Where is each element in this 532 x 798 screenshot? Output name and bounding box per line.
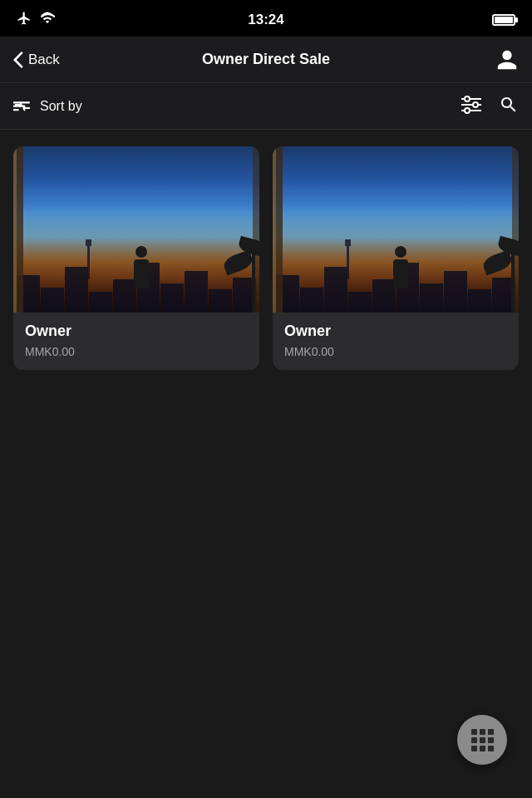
wifi-icon [40, 11, 55, 29]
back-label: Back [28, 52, 60, 68]
svg-point-10 [473, 102, 478, 107]
filter-icon [461, 96, 482, 114]
battery-icon [492, 14, 515, 26]
fab-button[interactable] [457, 715, 507, 765]
sort-bar: Sort by [0, 83, 532, 130]
chevron-left-icon [13, 52, 23, 68]
property-name-2: Owner [284, 323, 507, 340]
property-info-1: Owner MMK0.00 [13, 313, 259, 370]
property-price-2: MMK0.00 [284, 345, 507, 358]
property-name-1: Owner [25, 323, 248, 340]
sort-arrows-icon [13, 100, 32, 113]
property-image-2 [273, 146, 519, 313]
page-title: Owner Direct Sale [202, 51, 330, 68]
filter-button[interactable] [461, 96, 482, 117]
back-button[interactable]: Back [13, 52, 60, 68]
svg-point-11 [465, 108, 470, 113]
property-card-2[interactable]: Owner MMK0.00 [273, 146, 519, 370]
search-icon [499, 95, 519, 115]
profile-icon [495, 48, 519, 71]
sort-right-controls [461, 95, 519, 118]
status-right-icons [492, 14, 515, 26]
search-button[interactable] [499, 95, 519, 118]
airplane-icon [17, 11, 32, 29]
property-price-1: MMK0.00 [25, 345, 248, 358]
property-grid: Owner MMK0.00 [0, 130, 532, 387]
property-image-1 [13, 146, 259, 313]
property-card-1[interactable]: Owner MMK0.00 [13, 146, 259, 370]
status-time: 13:24 [248, 12, 283, 28]
sort-label: Sort by [40, 99, 82, 114]
nav-bar: Back Owner Direct Sale [0, 37, 532, 83]
svg-point-9 [465, 96, 470, 101]
status-bar: 13:24 [0, 0, 532, 37]
sort-by-button[interactable]: Sort by [13, 99, 82, 114]
property-info-2: Owner MMK0.00 [273, 313, 519, 370]
grid-view-icon [468, 726, 497, 755]
profile-button[interactable] [495, 48, 519, 71]
status-left-icons [17, 11, 55, 29]
